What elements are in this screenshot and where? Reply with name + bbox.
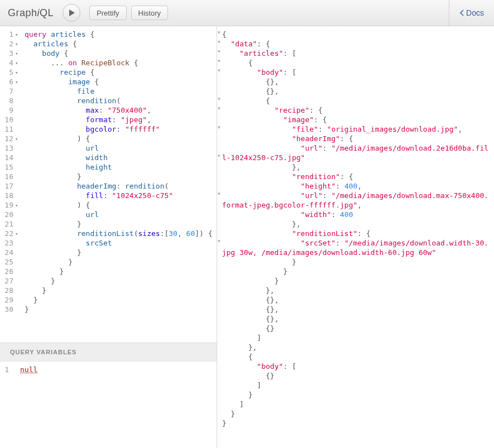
- variables-editor[interactable]: 1 null: [0, 362, 217, 448]
- result-gutter: ▾▾▾▾▾▾▾▾▾▾▾: [217, 26, 221, 448]
- play-icon: [69, 9, 75, 17]
- left-pane: 1▾2▾3▾4▾5▾6▾789101112▾13141516171819▾202…: [0, 26, 217, 448]
- query-editor[interactable]: 1▾2▾3▾4▾5▾6▾789101112▾13141516171819▾202…: [0, 26, 217, 343]
- query-gutter: 1▾2▾3▾4▾5▾6▾789101112▾13141516171819▾202…: [0, 26, 21, 343]
- docs-button[interactable]: Docs: [449, 0, 494, 26]
- result-code[interactable]: { "data": { "articles": [ { "body": [ {}…: [221, 26, 494, 448]
- logo: GraphiQL: [8, 7, 54, 19]
- toolbar: GraphiQL Prettify History Docs: [0, 0, 494, 26]
- main: 1▾2▾3▾4▾5▾6▾789101112▾13141516171819▾202…: [0, 26, 494, 448]
- history-button[interactable]: History: [131, 6, 168, 20]
- docs-label: Docs: [466, 8, 484, 17]
- execute-button[interactable]: [63, 4, 80, 22]
- chevron-left-icon: [459, 9, 464, 16]
- result-pane: ▾▾▾▾▾▾▾▾▾▾▾ { "data": { "articles": [ { …: [217, 26, 494, 448]
- logo-text: Graph: [8, 7, 37, 18]
- query-code[interactable]: query articles { articles { body { ... o…: [21, 26, 217, 343]
- variables-gutter: 1: [0, 362, 17, 448]
- variables-code[interactable]: null: [17, 362, 217, 448]
- variables-header[interactable]: QUERY VARIABLES: [0, 343, 217, 362]
- prettify-button[interactable]: Prettify: [89, 6, 126, 20]
- logo-text-post: QL: [40, 7, 54, 18]
